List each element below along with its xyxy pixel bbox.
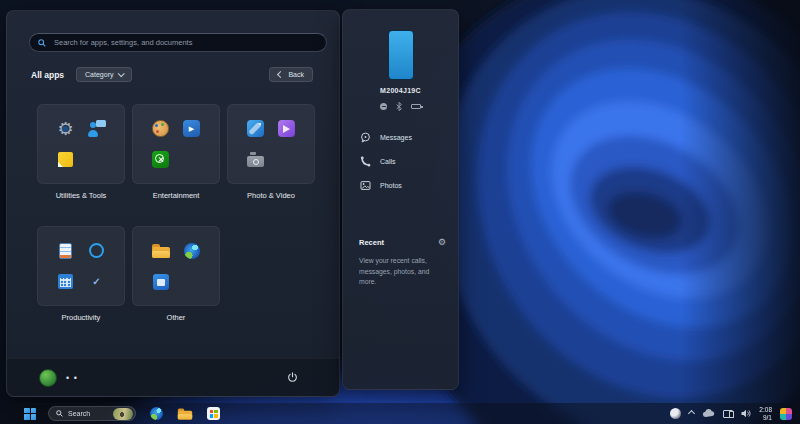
power-icon — [287, 372, 298, 383]
chevron-down-icon — [118, 70, 125, 77]
store-taskbar-icon[interactable] — [207, 407, 220, 420]
phone-menu-photos[interactable]: Photos — [343, 173, 458, 197]
taskbar-clock[interactable]: 2:08 9/1 — [759, 406, 772, 422]
menu-label: Photos — [380, 182, 402, 189]
phone-device-name: M2004J19C — [343, 87, 458, 94]
start-menu: All apps Category Back ⚙ — [6, 10, 340, 397]
phone-link-panel: M2004J19C Messages — [342, 9, 459, 390]
tile-row-1: ⚙ Utilities & Tools — [37, 104, 339, 200]
camera-icon — [247, 152, 264, 167]
file-explorer-taskbar-icon[interactable] — [178, 408, 192, 419]
taskbar: Search 2:08 9/1 — [0, 403, 800, 424]
back-label: Back — [288, 71, 304, 78]
category-tile-entertainment[interactable]: ▶ Entertainment — [132, 104, 220, 200]
notepad-icon — [59, 243, 72, 259]
other-group-icon — [184, 274, 200, 290]
weather-tray-icon[interactable] — [670, 408, 681, 419]
network-display-icon[interactable] — [723, 410, 733, 418]
get-help-icon — [88, 120, 106, 137]
tile-label: Other — [132, 313, 220, 322]
category-tile-utilities-tools[interactable]: ⚙ Utilities & Tools — [37, 104, 125, 200]
category-tile-other[interactable]: Other — [132, 226, 220, 322]
tile-card[interactable] — [132, 226, 220, 306]
recent-description: View your recent calls, messages, photos… — [359, 256, 446, 288]
calendar-icon — [58, 274, 73, 289]
clock-date: 9/1 — [763, 414, 772, 422]
menu-label: Calls — [380, 158, 396, 165]
system-tray: 2:08 9/1 — [670, 406, 792, 422]
bluetooth-icon — [396, 102, 402, 111]
file-explorer-icon — [152, 244, 170, 258]
start-menu-footer: • • — [7, 358, 339, 396]
phone-preview-image[interactable] — [388, 30, 414, 80]
edge-taskbar-icon[interactable] — [150, 407, 163, 420]
paint-icon — [152, 120, 169, 137]
notification-colorful-icon[interactable] — [780, 408, 792, 420]
calls-icon — [360, 156, 371, 167]
battery-icon — [411, 104, 421, 109]
photos-menu-icon — [360, 180, 371, 191]
chevron-up-icon[interactable] — [688, 410, 695, 417]
user-name-dots: • • — [66, 373, 78, 383]
taskbar-search[interactable]: Search — [48, 406, 136, 421]
tile-card[interactable] — [227, 104, 315, 184]
recent-title: Recent — [359, 238, 384, 247]
tile-label: Entertainment — [132, 191, 220, 200]
recent-section: Recent ⚙ View your recent calls, message… — [359, 238, 446, 288]
power-button[interactable] — [283, 369, 301, 387]
desktop: All apps Category Back ⚙ — [0, 0, 800, 424]
category-dropdown[interactable]: Category — [76, 67, 132, 82]
all-apps-title: All apps — [31, 70, 64, 80]
tile-card[interactable]: ▶ — [132, 104, 220, 184]
onedrive-cloud-icon[interactable] — [702, 409, 715, 418]
start-search-bar[interactable] — [29, 33, 327, 52]
bing-daily-image-thumb[interactable] — [113, 408, 133, 420]
clipchamp-icon — [278, 120, 295, 137]
store-app-icon — [153, 274, 169, 290]
to-do-check-icon: ✓ — [92, 276, 100, 287]
photos-icon — [247, 120, 264, 137]
tile-label: Utilities & Tools — [37, 191, 125, 200]
tile-card[interactable]: ✓ — [37, 226, 125, 306]
all-apps-header: All apps Category Back — [31, 67, 313, 82]
back-button[interactable]: Back — [269, 67, 313, 82]
taskbar-search-label: Search — [68, 410, 90, 417]
cortana-icon — [89, 243, 104, 258]
phone-menu-calls[interactable]: Calls — [343, 149, 458, 173]
do-not-disturb-icon — [380, 103, 387, 110]
chevron-left-icon — [277, 71, 284, 78]
phone-menu-messages[interactable]: Messages — [343, 125, 458, 149]
pinned-apps — [150, 407, 220, 421]
start-button[interactable] — [24, 408, 36, 420]
utilities-group-icon — [89, 152, 105, 168]
tile-card[interactable]: ⚙ — [37, 104, 125, 184]
edge-icon — [184, 243, 200, 259]
media-player-icon: ▶ — [183, 120, 200, 137]
messages-icon — [360, 132, 371, 143]
phone-menu: Messages Calls Photos — [343, 125, 458, 197]
menu-label: Messages — [380, 134, 412, 141]
tile-label: Photo & Video — [227, 191, 315, 200]
clock-time: 2:08 — [759, 406, 772, 414]
category-tile-productivity[interactable]: ✓ Productivity — [37, 226, 125, 322]
sticky-notes-icon — [58, 152, 73, 167]
category-tile-photo-video[interactable]: Photo & Video — [227, 104, 315, 200]
recent-settings-gear-icon[interactable]: ⚙ — [438, 238, 446, 247]
volume-icon[interactable] — [741, 409, 751, 418]
xbox-icon — [152, 151, 169, 168]
tile-label: Productivity — [37, 313, 125, 322]
settings-gear-icon: ⚙ — [57, 120, 73, 138]
phone-status-row — [343, 102, 458, 111]
search-icon — [38, 39, 46, 47]
user-avatar[interactable] — [39, 369, 57, 387]
category-label: Category — [85, 71, 113, 78]
tile-row-2: ✓ Productivity Other — [37, 226, 339, 322]
search-input[interactable] — [52, 37, 318, 48]
search-icon — [56, 410, 63, 417]
